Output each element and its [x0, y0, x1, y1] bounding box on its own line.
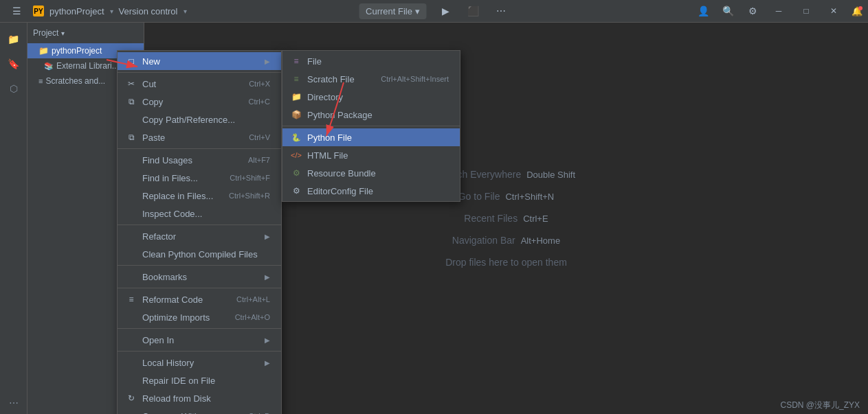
menu-item-paste[interactable]: ⧉ Paste Ctrl+V [118, 128, 281, 146]
menu-item-repairide-left: Repair IDE on File [126, 375, 215, 386]
menu-item-bookmarks[interactable]: Bookmarks ▶ [118, 268, 281, 286]
tree-item-ext-label: External Librari... [56, 61, 119, 71]
menu-item-comparewith[interactable]: ↙ Compare With... Ctrl+D [118, 407, 281, 414]
menu-item-reloadfromdisk[interactable]: ↻ Reload from Disk [118, 389, 281, 407]
submenu-item-pythonpackage-left: 📦 Python Package [291, 109, 372, 120]
menu-item-cleanpython-left: Clean Python Compiled Files [126, 249, 258, 260]
menu-item-new-left: □ New [126, 56, 160, 67]
version-control[interactable]: Version control [119, 6, 178, 16]
submenu-item-scratch[interactable]: ≡ Scratch File Ctrl+Alt+Shift+Insert [282, 70, 460, 88]
menu-item-new-label: New [142, 56, 160, 67]
paste-shortcut: Ctrl+V [249, 133, 270, 141]
submenu-item-pythonfile-left: 🐍 Python File [291, 132, 352, 143]
profile-button[interactable]: 👤 [695, 3, 711, 19]
debug-button[interactable]: ⬛ [465, 3, 482, 19]
submenu-sep1 [282, 126, 460, 126]
menu-item-localhistory[interactable]: Local History ▶ [118, 354, 281, 371]
menu-item-inspectcode-left: Inspect Code... [126, 208, 202, 219]
sep3 [118, 225, 281, 225]
titlebar-center: Current File ▾ ▶ ⬛ ⋯ [359, 3, 509, 19]
menu-item-copypath[interactable]: Copy Path/Reference... [118, 111, 281, 128]
submenu-item-pythonpackage-label: Python Package [307, 110, 372, 120]
library-icon: 📚 [44, 62, 54, 71]
menu-item-cut[interactable]: ✂ Cut Ctrl+X [118, 75, 281, 93]
menu-item-findusages[interactable]: Find Usages Alt+F7 [118, 151, 281, 169]
menu-item-localhistory-label: Local History [142, 358, 194, 368]
app-icon: PY [33, 5, 44, 16]
menu-item-copy-left: ⧉ Copy [126, 96, 163, 107]
bookmarks-icon [126, 271, 137, 282]
minimize-button[interactable]: ─ [769, 1, 788, 21]
submenu-item-editorconfig[interactable]: ⚙ EditorConfig File [282, 182, 460, 200]
submenu-item-pythonfile-label: Python File [307, 133, 352, 143]
submenu-item-scratch-left: ≡ Scratch File [291, 73, 355, 84]
menu-item-inspectcode[interactable]: Inspect Code... [118, 205, 281, 222]
bookmarks-arrow: ▶ [265, 273, 270, 281]
submenu-item-resource[interactable]: ⚙ Resource Bundle [282, 164, 460, 182]
reload-icon: ↻ [126, 393, 137, 404]
drop-files-hint: Drop files here to open them [445, 257, 567, 268]
submenu-item-directory[interactable]: 📁 Directory [282, 88, 460, 106]
menu-item-findinfiles[interactable]: Find in Files... Ctrl+Shift+F [118, 169, 281, 187]
menu-item-reloadfromdisk-label: Reload from Disk [142, 393, 211, 404]
compare-icon: ↙ [126, 411, 137, 414]
sidebar-icon-bottom[interactable]: ⋯ [3, 392, 25, 414]
menu-item-copy[interactable]: ⧉ Copy Ctrl+C [118, 93, 281, 111]
menu-item-refactor[interactable]: Refactor ▶ [118, 227, 281, 245]
sidebar-icon-project[interactable]: 📁 [3, 28, 25, 50]
cut-shortcut: Ctrl+X [249, 80, 270, 88]
current-file-button[interactable]: Current File ▾ [359, 3, 427, 19]
menu-item-copy-label: Copy [142, 97, 163, 107]
menu-item-findusages-label: Find Usages [142, 155, 192, 165]
hamburger-menu-icon[interactable]: ☰ [5, 0, 27, 22]
submenu-item-pythonfile[interactable]: 🐍 Python File [282, 128, 460, 146]
openin-arrow: ▶ [265, 336, 270, 344]
submenu-item-pythonpackage[interactable]: 📦 Python Package [282, 106, 460, 124]
copy-shortcut: Ctrl+C [249, 97, 270, 106]
panel-header[interactable]: Project ▾ [27, 23, 144, 43]
menu-item-cleanpython[interactable]: Clean Python Compiled Files [118, 245, 281, 263]
notification-badge[interactable]: 🔔 [852, 6, 863, 16]
findusages-icon [126, 154, 137, 165]
app-icon-text: PY [34, 8, 43, 15]
reformat-shortcut: Ctrl+Alt+L [236, 295, 270, 303]
cut-icon: ✂ [126, 78, 137, 89]
menu-item-inspectcode-label: Inspect Code... [142, 209, 202, 219]
menu-item-optimizeimports[interactable]: Optimize Imports Ctrl+Alt+O [118, 308, 281, 326]
run-button[interactable]: ▶ [438, 3, 454, 19]
menu-item-repairide[interactable]: Repair IDE on File [118, 371, 281, 389]
menu-item-replaceinfiles[interactable]: Replace in Files... Ctrl+Shift+R [118, 187, 281, 205]
scratch-shortcut: Ctrl+Alt+Shift+Insert [381, 75, 449, 83]
menu-item-bookmarks-label: Bookmarks [142, 272, 187, 282]
maximize-button[interactable]: □ [797, 1, 816, 21]
copy-icon: ⧉ [126, 96, 137, 107]
refactor-icon [126, 231, 137, 242]
submenu-item-directory-left: 📁 Directory [291, 91, 343, 102]
menu-item-reformat[interactable]: ≡ Reformat Code Ctrl+Alt+L [118, 290, 281, 308]
menu-item-replaceinfiles-label: Replace in Files... [142, 191, 213, 201]
menu-item-findinfiles-left: Find in Files... [126, 172, 198, 183]
menu-item-openin[interactable]: Open In ▶ [118, 331, 281, 349]
settings-button[interactable]: ⚙ [744, 3, 761, 19]
submenu-item-file[interactable]: ≡ File [282, 52, 460, 70]
menu-item-replaceinfiles-left: Replace in Files... [126, 190, 213, 201]
search-button[interactable]: 🔍 [720, 3, 736, 19]
close-button[interactable]: ✕ [824, 1, 843, 21]
reformat-icon: ≡ [126, 294, 137, 305]
menu-item-reformat-left: ≡ Reformat Code [126, 294, 203, 305]
icon-sidebar: 📁 🔖 ⬡ ⋯ [0, 23, 27, 414]
submenu-item-file-label: File [307, 56, 322, 67]
menu-item-cleanpython-label: Clean Python Compiled Files [142, 249, 258, 260]
shortcut-goto-label: Go to File [458, 191, 500, 202]
current-file-label: Current File [366, 6, 412, 16]
menu-item-new[interactable]: □ New ▶ [118, 52, 281, 70]
menu-item-comparewith-label: Compare With... [142, 411, 207, 415]
sidebar-icon-bookmarks[interactable]: 🔖 [3, 53, 25, 75]
submenu-item-htmlfile[interactable]: </> HTML File [282, 146, 460, 164]
submenu-item-scratch-label: Scratch File [307, 74, 355, 84]
submenu-item-editorconfig-left: ⚙ EditorConfig File [291, 185, 373, 196]
submenu-new: ≡ File ≡ Scratch File Ctrl+Alt+Shift+Ins… [282, 50, 460, 202]
more-button[interactable]: ⋯ [493, 3, 509, 19]
optimizeimports-icon [126, 312, 137, 323]
sidebar-icon-structure[interactable]: ⬡ [3, 78, 25, 100]
